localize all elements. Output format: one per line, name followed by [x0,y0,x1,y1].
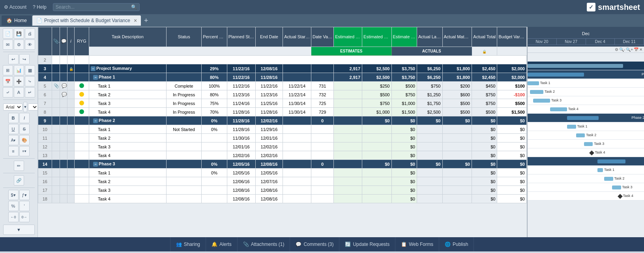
pct-cell[interactable]: 0% [202,116,227,125]
tab-home[interactable]: 🏠 Home [2,15,32,26]
act-mat-cell[interactable] [442,195,472,203]
act-total-cell[interactable]: $450 [472,82,497,90]
status-cell[interactable]: In Progress [166,99,201,108]
act-labor-cell[interactable]: $6,250 [417,73,443,82]
act-mat-cell[interactable] [442,125,472,134]
end-date-cell[interactable]: 12/05/16 [255,169,283,177]
act-mat-cell[interactable] [442,151,472,160]
est-mat-cell[interactable] [362,142,391,151]
date-var-cell[interactable]: 732 [311,90,334,99]
undo-button[interactable]: ↩ [8,54,19,64]
est-mat-cell[interactable]: $2,500 [362,64,391,73]
grid-view-button[interactable]: ⊞ [3,65,13,75]
end-date-cell[interactable]: 11/28/16 [255,108,283,116]
date-var-cell[interactable] [311,195,334,203]
expand-icon[interactable]: − [91,66,95,71]
act-total-cell[interactable]: $2,450 [472,73,497,82]
status-cell[interactable]: In Progress [166,90,201,99]
status-cell[interactable] [166,142,201,151]
pct-cell[interactable]: 0% [202,125,227,134]
est-mat-cell[interactable]: $0 [362,116,391,125]
col-act-mat-header[interactable]: Actual Materials [442,27,472,47]
act-start-cell[interactable]: 11/22/14 [283,90,311,99]
tab-sharing[interactable]: 👥 Sharing [170,237,206,251]
col-pct-header[interactable]: Percent Compl... [202,27,227,47]
redo-button[interactable]: ↪ [19,54,30,64]
est-total-cell[interactable]: $1,000 [391,99,417,108]
align-color-button[interactable]: ≡▾ [19,146,30,156]
pct-cell[interactable] [202,134,227,142]
plan-start-cell[interactable]: 11/30/16 [227,134,255,142]
tab-comments[interactable]: 💬 Comments (3) [290,237,339,251]
est-mat-cell[interactable]: $750 [362,99,391,108]
col-plan-start-header[interactable]: Planned Start Date [227,27,255,47]
status-cell[interactable]: Not Started [166,125,201,134]
act-start-cell[interactable]: 11/30/14 [283,108,311,116]
date-var-cell[interactable]: 0 [311,116,334,125]
task-desc-cell[interactable]: Task 4 [89,151,166,160]
act-total-cell[interactable]: $0 [472,186,497,195]
est-total-cell[interactable]: $3,750 [391,64,417,73]
indent-button[interactable]: ⤷ [25,76,35,86]
act-start-cell[interactable] [283,186,311,195]
gantt-zoom-out-button[interactable]: 🔍- [619,47,625,52]
date-var-cell[interactable] [311,186,334,195]
act-labor-cell[interactable] [417,177,443,186]
pct-cell[interactable] [202,177,227,186]
act-start-cell[interactable] [283,73,311,82]
plan-start-cell[interactable]: 11/22/16 [227,82,255,90]
help-menu[interactable]: ? Help [33,4,47,10]
est-mat-cell[interactable] [362,195,391,203]
act-total-cell[interactable]: $2,450 [472,64,497,73]
budget-var-cell[interactable]: $100 [497,82,527,90]
tab-alerts[interactable]: 🔔 Alerts [206,237,238,251]
budget-var-cell[interactable]: $0 [497,186,527,195]
est-labor-cell[interactable] [334,177,362,186]
col-end-date-header[interactable]: End Date [255,27,283,47]
act-labor-cell[interactable]: $0 [417,160,443,169]
act-total-cell[interactable]: $0 [472,151,497,160]
task-desc-cell[interactable]: Task 1 [89,125,166,134]
align-button[interactable]: ≡ [8,146,19,156]
act-total-cell[interactable]: $0 [472,195,497,203]
plan-start-cell[interactable]: 12/08/16 [227,186,255,195]
view-button[interactable]: 👁 [25,39,35,50]
est-total-cell[interactable]: $0 [391,116,417,125]
act-start-cell[interactable] [283,195,311,203]
est-labor-cell[interactable] [334,82,362,90]
highlight-button[interactable]: ✏ [14,161,24,171]
col-act-start-header[interactable]: Actual Start Date [283,27,311,47]
end-date-cell[interactable]: 11/25/16 [255,99,283,108]
font-family-select[interactable]: Arial [3,103,22,111]
budget-var-cell[interactable]: $1,500 [497,108,527,116]
underline-button[interactable]: U [8,124,19,134]
date-var-cell[interactable] [311,177,334,186]
est-labor-cell[interactable] [334,134,362,142]
est-labor-cell[interactable] [334,186,362,195]
plan-start-cell[interactable]: 11/28/16 [227,116,255,125]
date-var-cell[interactable] [311,169,334,177]
act-mat-cell[interactable]: $200 [442,82,472,90]
link-button[interactable]: 🔗 [14,175,24,186]
act-total-cell[interactable]: $0 [472,142,497,151]
gantt-view-button[interactable]: 📊 [14,65,24,75]
pct-cell[interactable]: 100% [202,82,227,90]
end-date-cell[interactable]: 11/29/16 [255,125,283,134]
calendar-view-button[interactable]: 📅 [3,76,13,86]
act-labor-cell[interactable] [417,186,443,195]
end-date-cell[interactable]: 12/08/16 [255,195,283,203]
act-labor-cell[interactable] [417,142,443,151]
expand-icon[interactable]: − [93,162,98,167]
date-var-cell[interactable] [311,151,334,160]
pct-cell[interactable] [202,186,227,195]
dec-right-button[interactable]: 0→ [19,212,30,222]
act-mat-cell[interactable]: $600 [442,90,472,99]
act-total-cell[interactable]: $0 [472,177,497,186]
col-act-labor-header[interactable]: Actual Labor [417,27,443,47]
act-total-cell[interactable]: $750 [472,99,497,108]
pct-cell[interactable]: 80% [202,73,227,82]
plan-start-cell[interactable]: 11/23/16 [227,90,255,99]
status-cell[interactable] [166,116,201,125]
status-cell[interactable] [166,73,201,82]
col-act-total-header[interactable]: Actual Total [472,27,497,47]
